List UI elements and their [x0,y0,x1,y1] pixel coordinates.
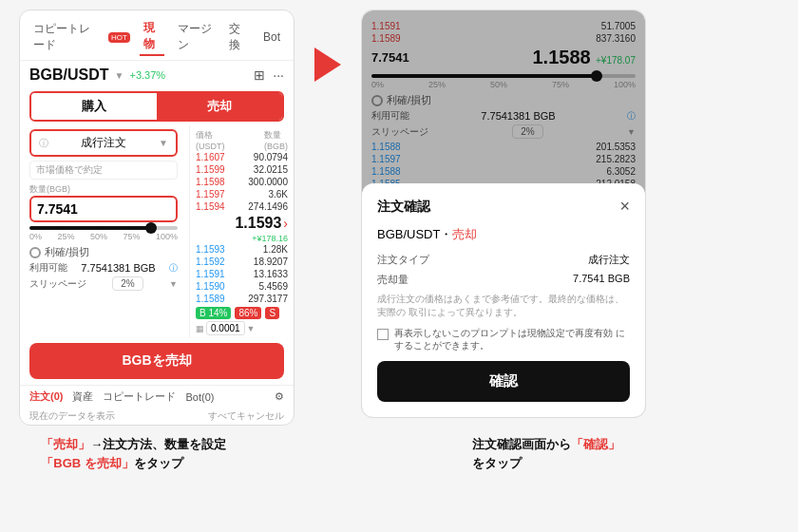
modal-confirm-button[interactable]: 確認 [377,361,630,402]
price-row: 1.159113.1633 [194,268,290,280]
dropdown-icon[interactable]: ▼ [159,138,168,148]
slippage-label: スリッページ [29,277,86,291]
modal-close-btn[interactable]: × [619,197,630,217]
buy-sell-tabs: 購入 売却 [29,91,284,122]
sell-badge: 86% [235,307,261,319]
mid-price-change: +¥178.16 [194,234,290,243]
slippage-dropdown[interactable]: ▼ [169,279,178,289]
price-col-header: 価格(USDT) [196,129,225,151]
price-val: 1.1589 [196,294,225,304]
market-note: 市場価格で約定 [29,161,178,180]
price-val: 1.1592 [196,256,225,267]
qty-val: 3.6K [268,189,288,200]
slippage-row: スリッページ 2% ▼ [29,276,178,291]
modal-pair-action: 売却 [452,227,477,241]
pair-name[interactable]: BGB/USDT [29,66,109,84]
qty-col-header: 数量(BGB) [264,129,288,151]
modal-order-type-val: 成行注文 [588,253,630,267]
modal-order-type-label: 注文タイプ [377,253,429,267]
modal-pair: BGB/USDT・売却 [377,226,630,243]
modal-sell-qty-row: 売却量 7.7541 BGB [377,273,630,287]
slippage-val[interactable]: 2% [112,276,142,291]
hot-badge: HOT [108,32,130,43]
order-type-row[interactable]: ⓘ 成行注文 ▼ [29,129,178,157]
modal-checkbox-row: 再表示しないこのプロンプトは現物設定で再度有効 にすることができます。 [377,327,630,352]
price-row: 1.1589297.3177 [194,293,290,305]
sell-button[interactable]: BGBを売却 [29,343,284,379]
price-list-bottom: 1.15931.28K1.159218.92071.159113.16331.1… [194,243,290,305]
qty-val: 1.28K [263,244,288,255]
buy-tab[interactable]: 購入 [31,93,157,120]
price-val: 1.1594 [196,201,225,212]
modal-overlay: 注文確認 × BGB/USDT・売却 注文タイプ 成行注文 売却量 7.7541… [362,10,645,417]
info-icon: ⓘ [39,137,48,150]
modal-checkbox[interactable] [377,329,389,340]
modal-title: 注文確認 [377,199,430,216]
left-phone-panel: コピートレード HOT 現物 マージン 交換 Bot BGB/USDT ▼ +3… [19,10,294,426]
price-row: 1.159932.0215 [194,163,290,176]
price-row: 1.15973.6K [194,188,290,200]
modal-note: 成行注文の価格はあくまで参考値です。最終的な価格は、実際の 取引によって異なりま… [377,293,630,319]
current-data-label: 現在のデータを表示 [29,409,115,423]
mid-arrow-icon: › [283,216,288,231]
qty-val: 32.0215 [254,164,288,175]
slider-75: 75% [123,232,140,241]
candlestick-icon[interactable]: ⊞ [254,67,265,83]
slider-100: 100% [156,232,178,241]
qty-val: 297.3177 [248,294,288,304]
price-val: 1.1599 [196,164,225,175]
info-icon-avail[interactable]: ⓘ [169,262,178,275]
top-nav: コピートレード HOT 現物 マージン 交換 Bot [20,10,294,61]
right-caption: 注文確認画面から「確認」をタップ [472,435,757,472]
price-list-top: 1.160790.07941.159932.02151.1598300.0000… [194,151,290,213]
tab-assets[interactable]: 資産 [72,390,93,404]
order-confirm-modal: 注文確認 × BGB/USDT・売却 注文タイプ 成行注文 売却量 7.7541… [362,183,645,417]
tab-bot[interactable]: Bot(0) [185,391,214,403]
sell-tab[interactable]: 売却 [157,93,282,120]
slider-50: 50% [90,232,107,241]
bottom-captions: 「売却」→注文方法、数量を設定「BGB を売却」をタップ 注文確認画面から「確認… [19,435,779,472]
nav-exchange[interactable]: 交換 [225,19,250,55]
small-input[interactable]: 0.0001 [206,321,245,335]
bs-badges-row: B 14% 86% S [196,307,288,319]
nav-copytrade[interactable]: コピートレード [29,19,97,55]
more-icon[interactable]: ··· [273,67,284,83]
modal-order-type-row: 注文タイプ 成行注文 [377,253,630,267]
pair-change: +3.37% [129,69,165,81]
tab-orders[interactable]: 注文(0) [29,390,63,404]
price-val: 1.1590 [196,281,225,292]
qty-val: 274.1496 [248,201,288,212]
cancel-all-btn[interactable]: すべてキャンセル [208,409,284,423]
input-dropdown[interactable]: ▼ [247,324,256,333]
price-row: 1.159218.9207 [194,256,290,268]
qty-val: 90.0794 [254,152,288,162]
modal-checkbox-label: 再表示しないこのプロンプトは現物設定で再度有効 にすることができます。 [394,327,630,352]
right-arrow-icon [314,48,341,82]
price-val: 1.1607 [196,152,225,162]
price-val: 1.1591 [196,269,225,279]
qty-input[interactable]: 7.7541 [37,201,78,217]
left-caption: 「売却」→注文方法、数量を設定「BGB を売却」をタップ [41,435,316,472]
modal-pair-name: BGB/USDT・ [377,227,452,241]
qty-label: 数量(BGB) [29,183,178,196]
slider-0: 0% [29,232,42,241]
nav-margin[interactable]: マージン [174,19,216,55]
mid-price: 1.1593 [235,215,281,232]
nav-bot[interactable]: Bot [259,28,284,46]
buy-badge: B 14% [196,307,231,319]
tab-copytrade[interactable]: コピートレード [103,390,176,404]
nav-spot[interactable]: 現物 [140,18,164,56]
arrow-section [304,10,352,82]
tpsl-label: 利確/損切 [45,245,89,259]
price-val: 1.1598 [196,177,225,187]
chart-icon: ▦ [196,324,204,333]
price-row: 1.1598300.0000 [194,176,290,188]
pair-header: BGB/USDT ▼ +3.37% ⊞ ··· [20,61,294,87]
left-slider[interactable]: 0% 25% 50% 75% 100% [29,226,178,241]
available-val: 7.7541381 BGB [81,262,155,274]
price-row: 1.15905.4569 [194,280,290,293]
price-val: 1.1593 [196,244,225,255]
tpsl-radio[interactable] [29,247,41,258]
settings-icon[interactable]: ⚙ [275,390,284,403]
slider-25: 25% [57,232,74,241]
